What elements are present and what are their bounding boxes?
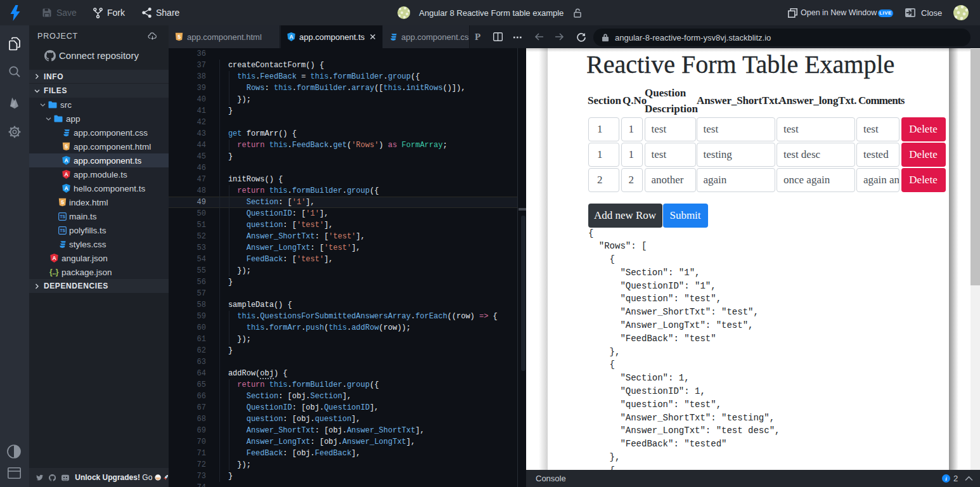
svg-text:A: A [64,171,68,178]
svg-text:5: 5 [65,143,68,150]
svg-text:TS: TS [60,228,65,233]
svg-text:5: 5 [177,34,181,40]
svg-text:5: 5 [61,199,64,205]
svg-text:TS: TS [60,214,65,219]
svg-text:A: A [64,185,68,192]
svg-text:A: A [52,255,56,261]
svg-text:A: A [64,157,68,164]
svg-text:A: A [289,34,293,40]
